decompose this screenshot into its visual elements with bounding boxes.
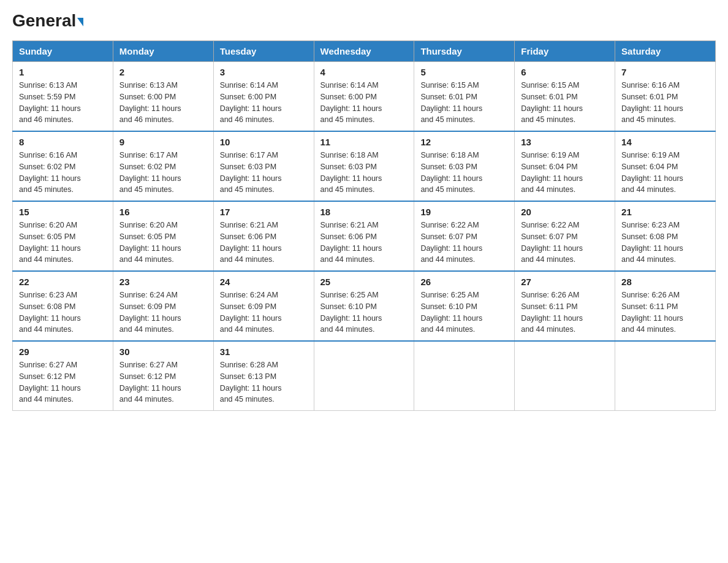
day-number: 13	[521, 137, 609, 147]
day-number: 15	[19, 207, 107, 217]
calendar-cell: 25Sunrise: 6:25 AMSunset: 6:10 PMDayligh…	[314, 271, 414, 341]
day-info: Sunrise: 6:17 AMSunset: 6:02 PMDaylight:…	[119, 150, 207, 196]
day-info: Sunrise: 6:18 AMSunset: 6:03 PMDaylight:…	[320, 150, 408, 196]
day-number: 10	[220, 137, 308, 147]
calendar-cell	[515, 341, 615, 411]
header-cell-friday: Friday	[515, 41, 615, 62]
header-cell-sunday: Sunday	[13, 41, 113, 62]
day-number: 2	[119, 67, 207, 77]
day-info: Sunrise: 6:18 AMSunset: 6:03 PMDaylight:…	[420, 150, 508, 196]
calendar-cell: 18Sunrise: 6:21 AMSunset: 6:06 PMDayligh…	[314, 201, 414, 271]
day-info: Sunrise: 6:22 AMSunset: 6:07 PMDaylight:…	[420, 220, 508, 266]
calendar-cell: 4Sunrise: 6:14 AMSunset: 6:00 PMDaylight…	[314, 62, 414, 132]
day-number: 5	[420, 67, 508, 77]
day-info: Sunrise: 6:23 AMSunset: 6:08 PMDaylight:…	[19, 289, 107, 335]
day-info: Sunrise: 6:25 AMSunset: 6:10 PMDaylight:…	[320, 289, 408, 335]
day-number: 8	[19, 137, 107, 147]
page-header: General	[12, 12, 716, 28]
week-row-3: 15Sunrise: 6:20 AMSunset: 6:05 PMDayligh…	[13, 201, 716, 271]
day-info: Sunrise: 6:26 AMSunset: 6:11 PMDaylight:…	[521, 289, 609, 335]
calendar-cell: 19Sunrise: 6:22 AMSunset: 6:07 PMDayligh…	[414, 201, 515, 271]
day-number: 12	[420, 137, 508, 147]
day-info: Sunrise: 6:13 AMSunset: 6:00 PMDaylight:…	[119, 80, 207, 126]
calendar-cell: 8Sunrise: 6:16 AMSunset: 6:02 PMDaylight…	[13, 131, 113, 201]
calendar-cell	[414, 341, 515, 411]
calendar-body: 1Sunrise: 6:13 AMSunset: 5:59 PMDaylight…	[13, 62, 716, 411]
calendar-header: SundayMondayTuesdayWednesdayThursdayFrid…	[13, 41, 716, 62]
calendar-cell: 28Sunrise: 6:26 AMSunset: 6:11 PMDayligh…	[615, 271, 716, 341]
calendar-cell: 13Sunrise: 6:19 AMSunset: 6:04 PMDayligh…	[515, 131, 615, 201]
day-info: Sunrise: 6:14 AMSunset: 6:00 PMDaylight:…	[220, 80, 308, 126]
calendar-cell: 12Sunrise: 6:18 AMSunset: 6:03 PMDayligh…	[414, 131, 515, 201]
calendar-cell: 30Sunrise: 6:27 AMSunset: 6:12 PMDayligh…	[113, 341, 213, 411]
calendar-table: SundayMondayTuesdayWednesdayThursdayFrid…	[12, 40, 716, 411]
day-info: Sunrise: 6:23 AMSunset: 6:08 PMDaylight:…	[621, 220, 709, 266]
calendar-cell: 16Sunrise: 6:20 AMSunset: 6:05 PMDayligh…	[113, 201, 213, 271]
day-number: 16	[119, 207, 207, 217]
day-info: Sunrise: 6:25 AMSunset: 6:10 PMDaylight:…	[420, 289, 508, 335]
day-number: 25	[320, 277, 408, 287]
calendar-cell: 11Sunrise: 6:18 AMSunset: 6:03 PMDayligh…	[314, 131, 414, 201]
calendar-cell: 2Sunrise: 6:13 AMSunset: 6:00 PMDaylight…	[113, 62, 213, 132]
calendar-cell: 24Sunrise: 6:24 AMSunset: 6:09 PMDayligh…	[213, 271, 314, 341]
day-number: 4	[320, 67, 408, 77]
day-number: 7	[621, 67, 709, 77]
calendar-cell: 7Sunrise: 6:16 AMSunset: 6:01 PMDaylight…	[615, 62, 716, 132]
day-number: 21	[621, 207, 709, 217]
day-number: 11	[320, 137, 408, 147]
logo-name: General	[12, 11, 83, 30]
logo: General	[12, 12, 83, 28]
calendar-cell: 1Sunrise: 6:13 AMSunset: 5:59 PMDaylight…	[13, 62, 113, 132]
header-row: SundayMondayTuesdayWednesdayThursdayFrid…	[13, 41, 716, 62]
day-info: Sunrise: 6:13 AMSunset: 5:59 PMDaylight:…	[19, 80, 107, 126]
week-row-2: 8Sunrise: 6:16 AMSunset: 6:02 PMDaylight…	[13, 131, 716, 201]
day-number: 19	[420, 207, 508, 217]
day-info: Sunrise: 6:24 AMSunset: 6:09 PMDaylight:…	[119, 289, 207, 335]
day-number: 6	[521, 67, 609, 77]
header-cell-monday: Monday	[113, 41, 213, 62]
day-number: 31	[220, 347, 308, 357]
day-info: Sunrise: 6:15 AMSunset: 6:01 PMDaylight:…	[420, 80, 508, 126]
calendar-cell: 3Sunrise: 6:14 AMSunset: 6:00 PMDaylight…	[213, 62, 314, 132]
day-number: 24	[220, 277, 308, 287]
day-info: Sunrise: 6:28 AMSunset: 6:13 PMDaylight:…	[220, 359, 308, 405]
day-number: 17	[220, 207, 308, 217]
day-number: 20	[521, 207, 609, 217]
day-info: Sunrise: 6:15 AMSunset: 6:01 PMDaylight:…	[521, 80, 609, 126]
day-number: 22	[19, 277, 107, 287]
day-info: Sunrise: 6:19 AMSunset: 6:04 PMDaylight:…	[621, 150, 709, 196]
day-info: Sunrise: 6:21 AMSunset: 6:06 PMDaylight:…	[320, 220, 408, 266]
day-info: Sunrise: 6:21 AMSunset: 6:06 PMDaylight:…	[220, 220, 308, 266]
day-info: Sunrise: 6:14 AMSunset: 6:00 PMDaylight:…	[320, 80, 408, 126]
day-number: 29	[19, 347, 107, 357]
calendar-cell: 26Sunrise: 6:25 AMSunset: 6:10 PMDayligh…	[414, 271, 515, 341]
calendar-cell: 27Sunrise: 6:26 AMSunset: 6:11 PMDayligh…	[515, 271, 615, 341]
calendar-cell: 17Sunrise: 6:21 AMSunset: 6:06 PMDayligh…	[213, 201, 314, 271]
calendar-cell: 29Sunrise: 6:27 AMSunset: 6:12 PMDayligh…	[13, 341, 113, 411]
week-row-1: 1Sunrise: 6:13 AMSunset: 5:59 PMDaylight…	[13, 62, 716, 132]
day-info: Sunrise: 6:16 AMSunset: 6:02 PMDaylight:…	[19, 150, 107, 196]
header-cell-saturday: Saturday	[615, 41, 716, 62]
calendar-cell: 5Sunrise: 6:15 AMSunset: 6:01 PMDaylight…	[414, 62, 515, 132]
header-cell-thursday: Thursday	[414, 41, 515, 62]
day-number: 30	[119, 347, 207, 357]
calendar-cell	[615, 341, 716, 411]
day-number: 3	[220, 67, 308, 77]
calendar-cell: 15Sunrise: 6:20 AMSunset: 6:05 PMDayligh…	[13, 201, 113, 271]
day-info: Sunrise: 6:17 AMSunset: 6:03 PMDaylight:…	[220, 150, 308, 196]
calendar-cell: 6Sunrise: 6:15 AMSunset: 6:01 PMDaylight…	[515, 62, 615, 132]
day-info: Sunrise: 6:19 AMSunset: 6:04 PMDaylight:…	[521, 150, 609, 196]
day-info: Sunrise: 6:20 AMSunset: 6:05 PMDaylight:…	[19, 220, 107, 266]
day-number: 1	[19, 67, 107, 77]
day-info: Sunrise: 6:20 AMSunset: 6:05 PMDaylight:…	[119, 220, 207, 266]
day-number: 14	[621, 137, 709, 147]
header-cell-tuesday: Tuesday	[213, 41, 314, 62]
day-number: 23	[119, 277, 207, 287]
calendar-cell: 23Sunrise: 6:24 AMSunset: 6:09 PMDayligh…	[113, 271, 213, 341]
week-row-5: 29Sunrise: 6:27 AMSunset: 6:12 PMDayligh…	[13, 341, 716, 411]
calendar-cell: 31Sunrise: 6:28 AMSunset: 6:13 PMDayligh…	[213, 341, 314, 411]
header-cell-wednesday: Wednesday	[314, 41, 414, 62]
calendar-cell: 14Sunrise: 6:19 AMSunset: 6:04 PMDayligh…	[615, 131, 716, 201]
day-number: 26	[420, 277, 508, 287]
calendar-cell: 10Sunrise: 6:17 AMSunset: 6:03 PMDayligh…	[213, 131, 314, 201]
